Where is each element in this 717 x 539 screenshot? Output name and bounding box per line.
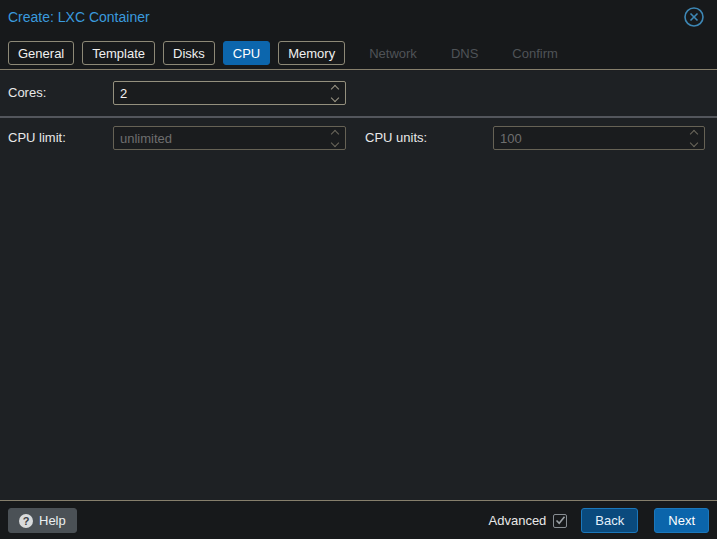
advanced-checkbox[interactable] [553, 514, 567, 528]
chevron-up-icon [331, 129, 339, 137]
cpu-limit-stepper [325, 127, 345, 149]
cpu-units-stepper [684, 127, 704, 149]
cpu-units-input [494, 127, 684, 149]
tab-network: Network [359, 41, 427, 65]
close-icon [683, 6, 705, 31]
cpu-limit-spinner [113, 126, 346, 150]
cpu-limit-input [114, 127, 325, 149]
dialog-footer: ? Help Advanced Back Next [0, 500, 717, 539]
chevron-down-icon[interactable] [331, 93, 339, 101]
tab-cpu[interactable]: CPU [223, 41, 270, 65]
back-button[interactable]: Back [581, 508, 638, 533]
close-button[interactable] [682, 6, 706, 30]
chevron-down-icon [331, 138, 339, 146]
advanced-label: Advanced [489, 513, 547, 528]
cpu-limit-label: CPU limit: [8, 126, 66, 150]
cpu-form-panel: Cores: CPU limit: CPU units: [0, 71, 717, 500]
dialog-title: Create: LXC Container [8, 9, 150, 25]
checkmark-icon [555, 515, 566, 526]
tab-disks[interactable]: Disks [163, 41, 215, 65]
help-button-label: Help [39, 513, 66, 528]
tab-dns: DNS [441, 41, 488, 65]
footer-actions: Advanced Back Next [489, 508, 709, 533]
tab-confirm: Confirm [502, 41, 568, 65]
chevron-up-icon [690, 129, 698, 137]
chevron-down-icon [690, 138, 698, 146]
cores-input[interactable] [114, 82, 325, 104]
create-lxc-container-dialog: Create: LXC Container General Template D… [0, 0, 717, 539]
help-icon: ? [19, 514, 33, 528]
next-button[interactable]: Next [654, 508, 709, 533]
cpu-units-label: CPU units: [365, 126, 427, 150]
tab-general[interactable]: General [8, 41, 74, 65]
cores-stepper[interactable] [325, 82, 345, 104]
advanced-section-divider [0, 116, 717, 118]
dialog-header: Create: LXC Container General Template D… [0, 0, 717, 70]
wizard-tabbar: General Template Disks CPU Memory Networ… [8, 41, 568, 65]
tab-memory[interactable]: Memory [278, 41, 345, 65]
chevron-up-icon[interactable] [331, 84, 339, 92]
cores-label: Cores: [8, 81, 46, 105]
cpu-units-spinner [493, 126, 705, 150]
help-button[interactable]: ? Help [8, 508, 77, 533]
cores-spinner[interactable] [113, 81, 346, 105]
tab-template[interactable]: Template [82, 41, 155, 65]
